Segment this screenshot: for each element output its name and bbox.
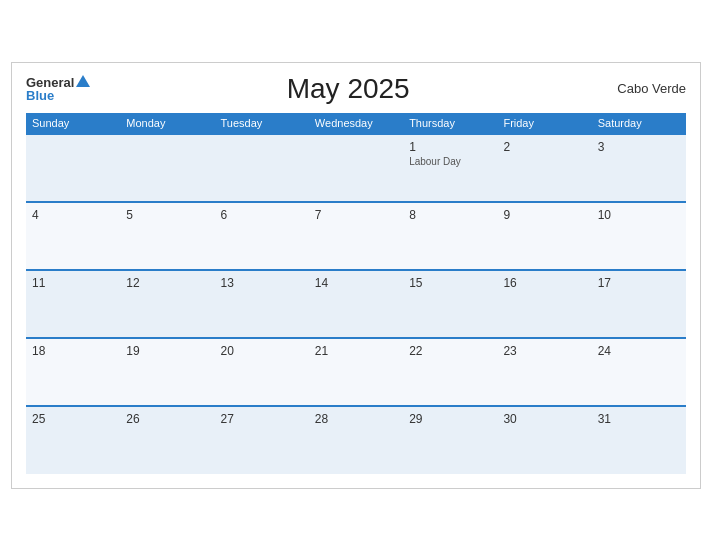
day-number: 22	[409, 344, 491, 358]
day-number: 13	[221, 276, 303, 290]
day-cell: 6	[215, 202, 309, 270]
day-number: 17	[598, 276, 680, 290]
day-cell: 12	[120, 270, 214, 338]
calendar-container: General Blue May 2025 Cabo Verde SundayM…	[11, 62, 701, 489]
day-cell: 18	[26, 338, 120, 406]
weekday-header-row: SundayMondayTuesdayWednesdayThursdayFrid…	[26, 113, 686, 134]
day-cell: 20	[215, 338, 309, 406]
day-number: 26	[126, 412, 208, 426]
country-label: Cabo Verde	[606, 81, 686, 96]
day-cell: 14	[309, 270, 403, 338]
calendar-header: General Blue May 2025 Cabo Verde	[26, 73, 686, 105]
day-number: 21	[315, 344, 397, 358]
weekday-header-monday: Monday	[120, 113, 214, 134]
day-number: 23	[503, 344, 585, 358]
day-number: 10	[598, 208, 680, 222]
weekday-header-tuesday: Tuesday	[215, 113, 309, 134]
week-row-2: 45678910	[26, 202, 686, 270]
day-cell: 21	[309, 338, 403, 406]
day-number: 4	[32, 208, 114, 222]
logo-triangle-icon	[76, 75, 90, 87]
day-number: 11	[32, 276, 114, 290]
weekday-header-saturday: Saturday	[592, 113, 686, 134]
week-row-4: 18192021222324	[26, 338, 686, 406]
logo-general-text: General	[26, 76, 74, 89]
month-title: May 2025	[90, 73, 606, 105]
day-cell: 1Labour Day	[403, 134, 497, 202]
day-number: 7	[315, 208, 397, 222]
week-row-5: 25262728293031	[26, 406, 686, 474]
day-number: 9	[503, 208, 585, 222]
day-number: 28	[315, 412, 397, 426]
day-cell	[215, 134, 309, 202]
day-number: 24	[598, 344, 680, 358]
day-number: 5	[126, 208, 208, 222]
day-number: 3	[598, 140, 680, 154]
calendar-table: SundayMondayTuesdayWednesdayThursdayFrid…	[26, 113, 686, 474]
day-number: 18	[32, 344, 114, 358]
day-cell: 7	[309, 202, 403, 270]
day-cell: 13	[215, 270, 309, 338]
day-cell: 24	[592, 338, 686, 406]
day-number: 19	[126, 344, 208, 358]
day-number: 29	[409, 412, 491, 426]
day-number: 31	[598, 412, 680, 426]
day-number: 6	[221, 208, 303, 222]
weekday-header-friday: Friday	[497, 113, 591, 134]
day-number: 27	[221, 412, 303, 426]
day-cell: 17	[592, 270, 686, 338]
day-number: 8	[409, 208, 491, 222]
day-number: 2	[503, 140, 585, 154]
day-number: 12	[126, 276, 208, 290]
day-cell: 5	[120, 202, 214, 270]
day-cell	[309, 134, 403, 202]
day-cell	[120, 134, 214, 202]
day-cell: 15	[403, 270, 497, 338]
day-cell: 8	[403, 202, 497, 270]
day-cell: 31	[592, 406, 686, 474]
weekday-header-sunday: Sunday	[26, 113, 120, 134]
day-cell: 22	[403, 338, 497, 406]
day-number: 25	[32, 412, 114, 426]
holiday-label: Labour Day	[409, 156, 491, 167]
day-cell: 26	[120, 406, 214, 474]
logo: General Blue	[26, 75, 90, 102]
weekday-header-thursday: Thursday	[403, 113, 497, 134]
day-number: 14	[315, 276, 397, 290]
day-number: 20	[221, 344, 303, 358]
week-row-1: 1Labour Day23	[26, 134, 686, 202]
day-number: 30	[503, 412, 585, 426]
logo-blue-text: Blue	[26, 89, 54, 102]
day-cell: 23	[497, 338, 591, 406]
day-cell: 19	[120, 338, 214, 406]
day-number: 16	[503, 276, 585, 290]
day-cell: 9	[497, 202, 591, 270]
day-cell: 4	[26, 202, 120, 270]
weekday-header-wednesday: Wednesday	[309, 113, 403, 134]
day-cell	[26, 134, 120, 202]
day-cell: 25	[26, 406, 120, 474]
week-row-3: 11121314151617	[26, 270, 686, 338]
day-cell: 10	[592, 202, 686, 270]
day-cell: 29	[403, 406, 497, 474]
day-cell: 28	[309, 406, 403, 474]
day-number: 15	[409, 276, 491, 290]
day-cell: 3	[592, 134, 686, 202]
day-cell: 11	[26, 270, 120, 338]
day-cell: 16	[497, 270, 591, 338]
day-cell: 2	[497, 134, 591, 202]
day-number: 1	[409, 140, 491, 154]
day-cell: 27	[215, 406, 309, 474]
day-cell: 30	[497, 406, 591, 474]
